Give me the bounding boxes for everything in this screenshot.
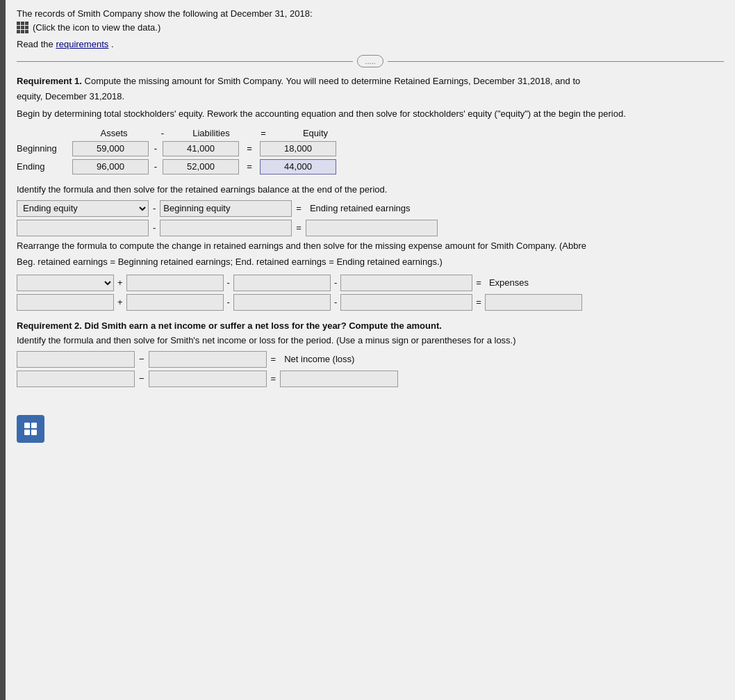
grid-icon[interactable] bbox=[17, 22, 28, 33]
identify-formula-text: Identify the formula and then solve for … bbox=[17, 184, 724, 195]
cf-plus-1: + bbox=[117, 277, 123, 288]
eq-header-row: Assets - Liabilities = Equity bbox=[72, 128, 724, 138]
formula-row2-input2[interactable] bbox=[160, 220, 292, 236]
ending-equity-select[interactable]: Ending equity bbox=[17, 200, 149, 217]
formula-row2-minus: - bbox=[153, 222, 156, 233]
cf-minus2-1: - bbox=[334, 277, 337, 288]
formula1-minus: - bbox=[153, 203, 156, 213]
net-income-label: Net income (loss) bbox=[284, 354, 354, 364]
req1-line2: equity, December 31,2018. bbox=[17, 90, 724, 104]
ni-minus-2: − bbox=[139, 373, 144, 384]
ni-equals-2: = bbox=[271, 373, 276, 384]
complex-formula-row-1: + - - = Expenses bbox=[17, 275, 724, 291]
ni-input2-2[interactable] bbox=[149, 371, 267, 387]
eq-header-minus: - bbox=[156, 128, 170, 138]
eq-beginning-equals: = bbox=[239, 143, 260, 154]
divider-left-line bbox=[17, 61, 353, 62]
cf-expenses-label: Expenses bbox=[489, 277, 529, 288]
rearrange-text1: Rearrange the formula to compute the cha… bbox=[17, 239, 724, 253]
ending-retained-label: Ending retained earnings bbox=[310, 203, 411, 213]
eq-ending-equals: = bbox=[239, 161, 260, 172]
complex-formula-row-2: + - - = bbox=[17, 294, 724, 311]
cf-plus-2: + bbox=[117, 297, 123, 307]
ni-equals-1: = bbox=[271, 354, 276, 364]
eq-beginning-minus: - bbox=[149, 143, 163, 154]
net-income-row-1: − = Net income (loss) bbox=[17, 351, 724, 368]
requirements-link[interactable]: requirements bbox=[56, 39, 108, 49]
req1-bold: Requirement 1. bbox=[17, 76, 82, 86]
eq-beginning-row: Beginning - = bbox=[17, 141, 724, 156]
click-icon-row: (Click the icon to view the data.) bbox=[17, 22, 724, 33]
req1-title: Requirement 1. Compute the missing amoun… bbox=[17, 74, 724, 88]
req2-normal: Did Smith earn a net income or suffer a … bbox=[82, 320, 442, 331]
req1-desc: Begin by determining total stockholders'… bbox=[17, 107, 724, 121]
cf-equals-1: = bbox=[476, 277, 481, 288]
eq-header-equals: = bbox=[253, 128, 274, 138]
eq-liab-header: Liabilities bbox=[170, 128, 253, 138]
cf-input3-1[interactable] bbox=[340, 275, 472, 291]
req2-identify-text: Identify the formula and then solve for … bbox=[17, 335, 724, 345]
cf-minus1-2: - bbox=[227, 297, 230, 307]
ni-input2-1[interactable] bbox=[149, 351, 267, 368]
eq-ending-equity[interactable] bbox=[260, 159, 336, 174]
ni-result-2[interactable] bbox=[280, 371, 398, 387]
ni-minus-1: − bbox=[139, 354, 144, 364]
formula-row2-input1[interactable] bbox=[17, 220, 149, 236]
bottom-icon[interactable] bbox=[17, 415, 44, 443]
read-period: . bbox=[111, 39, 114, 49]
eq-beginning-label: Beginning bbox=[17, 143, 72, 154]
intro-line1: The records of Smith Company show the fo… bbox=[17, 8, 724, 19]
cf-select-1[interactable] bbox=[17, 275, 114, 291]
eq-ending-liabilities[interactable] bbox=[163, 159, 239, 174]
svg-rect-0 bbox=[24, 423, 30, 428]
req2-title: Requirement 2. Did Smith earn a net inco… bbox=[17, 320, 724, 331]
cf-minus1-1: - bbox=[227, 277, 230, 288]
eq-beginning-equity[interactable] bbox=[260, 141, 336, 156]
formula-row-2: - = bbox=[17, 220, 724, 236]
bottom-icon-svg bbox=[22, 421, 39, 437]
bottom-area bbox=[17, 415, 724, 443]
cf-result-2[interactable] bbox=[485, 294, 582, 311]
eq-equity-header: Equity bbox=[274, 128, 357, 138]
main-content: The records of Smith Company show the fo… bbox=[6, 0, 735, 700]
net-income-row-2: − = bbox=[17, 371, 724, 387]
req1-normal: Compute the missing amount for Smith Com… bbox=[82, 76, 580, 86]
read-label: Read the bbox=[17, 39, 56, 49]
eq-ending-assets[interactable] bbox=[72, 159, 149, 174]
divider-dots[interactable]: ..... bbox=[357, 55, 383, 67]
ni-input1-1[interactable] bbox=[17, 351, 135, 368]
cf-equals-2: = bbox=[476, 297, 481, 307]
cf-input3-2[interactable] bbox=[340, 294, 472, 311]
beginning-equity-input[interactable] bbox=[160, 200, 292, 217]
svg-rect-2 bbox=[24, 430, 30, 435]
divider: ..... bbox=[17, 55, 724, 67]
eq-ending-minus: - bbox=[149, 161, 163, 172]
cf-input1-2[interactable] bbox=[126, 294, 224, 311]
eq-beginning-liabilities[interactable] bbox=[163, 141, 239, 156]
svg-rect-3 bbox=[31, 430, 37, 435]
cf-input0-2[interactable] bbox=[17, 294, 114, 311]
formula1-equals: = bbox=[296, 203, 302, 213]
cf-input2-2[interactable] bbox=[233, 294, 331, 311]
ni-input1-2[interactable] bbox=[17, 371, 135, 387]
rearrange-text2: Beg. retained earnings = Beginning retai… bbox=[17, 255, 724, 269]
cf-input1-1[interactable] bbox=[126, 275, 224, 291]
left-sidebar-bar bbox=[0, 0, 6, 700]
cf-input2-1[interactable] bbox=[233, 275, 331, 291]
eq-beginning-assets[interactable] bbox=[72, 141, 149, 156]
svg-rect-1 bbox=[31, 423, 37, 428]
eq-ending-label: Ending bbox=[17, 161, 72, 172]
req2-bold: Requirement 2. bbox=[17, 320, 82, 331]
eq-ending-row: Ending - = bbox=[17, 159, 724, 174]
formula-row2-equals: = bbox=[296, 222, 302, 233]
formula-row-1: Ending equity - = Ending retained earnin… bbox=[17, 200, 724, 217]
click-icon-text: (Click the icon to view the data.) bbox=[33, 22, 160, 33]
read-requirements: Read the requirements . bbox=[17, 39, 724, 49]
divider-right-line bbox=[388, 61, 724, 62]
formula-row2-result[interactable] bbox=[306, 220, 438, 236]
eq-assets-header: Assets bbox=[72, 128, 156, 138]
cf-minus2-2: - bbox=[334, 297, 337, 307]
accounting-equation-table: Assets - Liabilities = Equity Beginning … bbox=[17, 128, 724, 174]
